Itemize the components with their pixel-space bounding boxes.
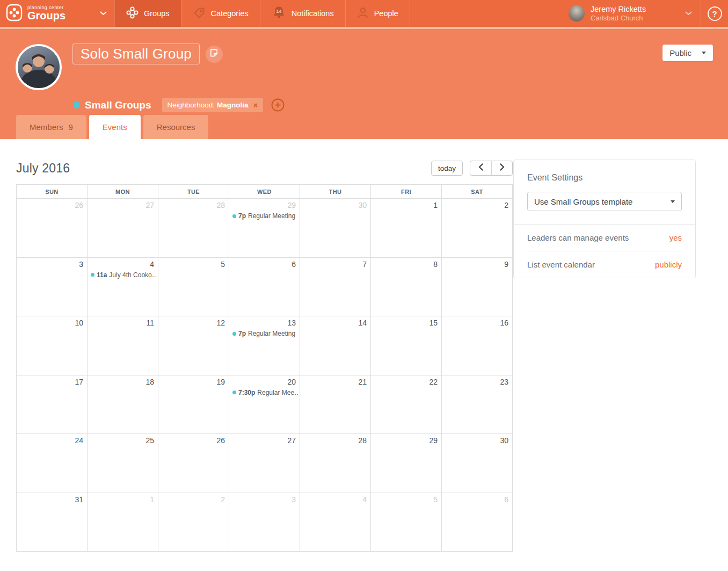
group-avatar[interactable]: [16, 44, 62, 90]
prev-month-button[interactable]: [470, 161, 491, 175]
calendar-cell[interactable]: 25: [88, 434, 158, 493]
calendar-cell[interactable]: 11: [88, 316, 158, 375]
calendar-cell[interactable]: 411aJuly 4th Cooko…: [88, 258, 158, 317]
add-tag-button[interactable]: [271, 98, 285, 112]
day-number: 2: [504, 201, 508, 209]
calendar-cell[interactable]: 14: [300, 316, 371, 375]
user-avatar: [569, 5, 585, 21]
day-number: 7: [362, 260, 367, 269]
calendar-cell[interactable]: 28: [158, 199, 229, 258]
day-number: 23: [500, 378, 508, 386]
tab-members[interactable]: Members 9: [16, 115, 86, 139]
event-title: Regular Meeting: [248, 212, 295, 220]
nav-item-people[interactable]: People: [345, 0, 410, 27]
calendar-cell[interactable]: 5: [371, 493, 442, 552]
calendar-cell[interactable]: 27: [229, 434, 300, 493]
chevron-right-icon: [500, 163, 505, 173]
calendar-cell[interactable]: 3: [229, 493, 300, 552]
day-number: 27: [287, 436, 296, 445]
today-button[interactable]: today: [431, 161, 463, 176]
event-settings-heading: Event Settings: [527, 173, 682, 183]
calendar-cell[interactable]: 137pRegular Meeting: [229, 316, 300, 375]
chevron-down-icon[interactable]: [100, 11, 107, 16]
calendar-cell[interactable]: 21: [300, 375, 371, 435]
calendar-cell[interactable]: 15: [371, 316, 442, 375]
calendar-cell[interactable]: 8: [371, 258, 442, 317]
calendar-cell[interactable]: 18: [88, 375, 158, 435]
calendar-event[interactable]: 11aJuly 4th Cooko…: [91, 271, 157, 279]
nav-item-categories[interactable]: Categories: [181, 0, 260, 27]
nav-item-notifications[interactable]: 14 Notifications: [260, 0, 345, 27]
calendar-cell[interactable]: 9: [442, 258, 513, 317]
event-settings-panel: Event Settings Use Small Groups template…: [513, 160, 696, 278]
nav-item-label: Groups: [144, 9, 170, 18]
calendar-cell[interactable]: 31: [17, 493, 88, 552]
calendar-cell[interactable]: 6: [442, 493, 513, 552]
calendar-cell[interactable]: 16: [442, 316, 513, 375]
calendar-cell[interactable]: 12: [158, 316, 229, 375]
calendar-grid: SUNMONTUEWEDTHUFRISAT262728297pRegular M…: [16, 184, 513, 552]
template-dropdown-value: Use Small Groups template: [534, 197, 632, 206]
calendar-cell[interactable]: 26: [158, 434, 229, 493]
calendar-cell[interactable]: 23: [442, 375, 513, 435]
tab-events[interactable]: Events: [89, 115, 141, 139]
calendar-cell[interactable]: 5: [158, 258, 229, 317]
calendar-cell[interactable]: 26: [17, 199, 88, 258]
next-month-button[interactable]: [491, 161, 512, 175]
calendar-cell[interactable]: 10: [17, 316, 88, 375]
calendar-cell[interactable]: 207:30pRegular Mee…: [229, 375, 300, 435]
day-number: 18: [145, 378, 154, 386]
day-header: TUE: [158, 185, 229, 199]
calendar-cell[interactable]: 28: [300, 434, 371, 493]
day-number: 1: [150, 495, 154, 504]
help-button[interactable]: ?: [701, 0, 728, 27]
neighborhood-tag[interactable]: Neighborhood: Magnolia ×: [162, 98, 263, 112]
calendar-cell[interactable]: 19: [158, 375, 229, 435]
calendar-cell[interactable]: 2: [442, 199, 513, 258]
calendar-cell[interactable]: 29: [371, 434, 442, 493]
day-number: 8: [433, 260, 438, 269]
day-number: 22: [429, 378, 438, 386]
calendar-cell[interactable]: 7: [300, 258, 371, 317]
user-org: Carlsbad Church: [591, 14, 646, 23]
calendar-cell[interactable]: 24: [17, 434, 88, 493]
calendar-cell[interactable]: 6: [229, 258, 300, 317]
brand[interactable]: planning center Groups: [0, 0, 114, 27]
calendar-cell[interactable]: 1: [88, 493, 158, 552]
note-button[interactable]: [206, 46, 223, 63]
tab-resources[interactable]: Resources: [143, 115, 209, 139]
calendar-cell[interactable]: 22: [371, 375, 442, 435]
day-number: 5: [433, 495, 438, 504]
day-number: 10: [75, 319, 83, 327]
remove-tag-icon[interactable]: ×: [253, 102, 258, 109]
page: planning center Groups: [0, 0, 728, 571]
calendar-cell[interactable]: 1: [371, 199, 442, 258]
tab-label: Members: [30, 122, 63, 132]
calendar-cell[interactable]: 2: [158, 493, 229, 552]
calendar-cell[interactable]: 297pRegular Meeting: [229, 199, 300, 258]
setting-value-link[interactable]: publicly: [655, 260, 682, 269]
calendar-cell[interactable]: 30: [300, 199, 371, 258]
calendar-cell[interactable]: 3: [17, 258, 88, 317]
nav-item-groups[interactable]: Groups: [114, 0, 181, 27]
setting-row-calendar: List event calendar publicly: [514, 251, 695, 278]
day-number: 4: [362, 495, 367, 504]
calendar-cell[interactable]: 17: [17, 375, 88, 435]
calendar-cell[interactable]: 27: [88, 199, 158, 258]
day-header: FRI: [371, 185, 442, 199]
visibility-dropdown[interactable]: Public: [663, 45, 713, 61]
calendar-cell[interactable]: 4: [300, 493, 371, 552]
user-menu[interactable]: Jeremy Ricketts Carlsbad Church: [560, 0, 701, 27]
calendar-event[interactable]: 7pRegular Meeting: [232, 330, 299, 337]
group-title-input[interactable]: Solo Small Group: [72, 44, 200, 64]
calendar-event[interactable]: 7pRegular Meeting: [232, 212, 299, 220]
template-dropdown[interactable]: Use Small Groups template: [527, 192, 682, 211]
group-header: Solo Small Group Small Groups Neighborho…: [0, 29, 728, 115]
day-number: 20: [287, 378, 296, 386]
day-number: 26: [216, 436, 225, 445]
calendar-event[interactable]: 7:30pRegular Mee…: [232, 389, 299, 396]
tag-value: Magnolia: [217, 101, 249, 109]
setting-value-link[interactable]: yes: [669, 233, 682, 242]
nav-item-label: Notifications: [292, 9, 334, 18]
calendar-cell[interactable]: 30: [442, 434, 513, 493]
